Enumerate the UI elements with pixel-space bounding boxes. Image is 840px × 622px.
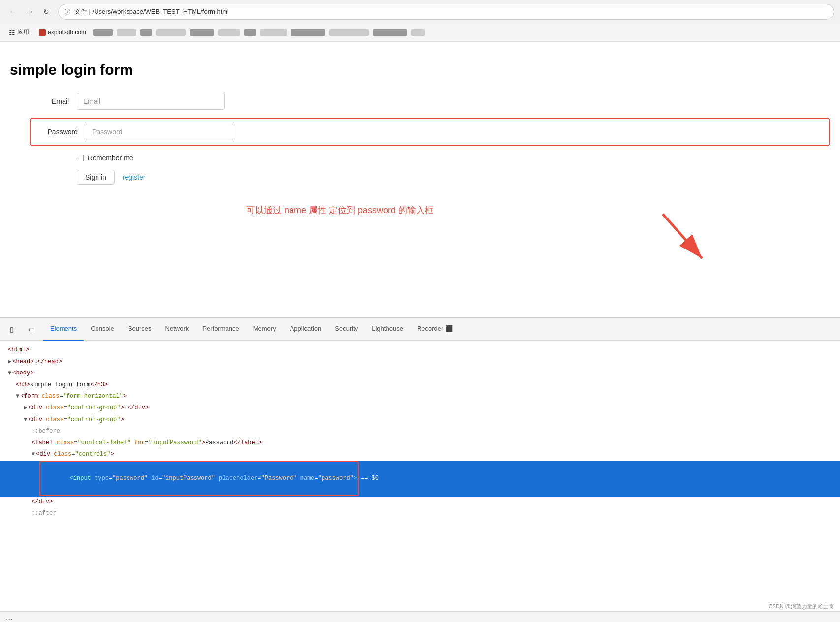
bookmark-placeholder-12 — [411, 29, 425, 36]
browser-toolbar: ← → ↻ ⓘ 文件 | /Users/workspace/WEB_TEST_H… — [0, 0, 840, 24]
remember-me-label: Remember me — [88, 154, 133, 162]
expand-div-icon[interactable]: ▶ — [24, 403, 27, 414]
code-line-close-div[interactable]: </div> — [0, 497, 840, 508]
tab-network[interactable]: Network — [159, 318, 196, 341]
email-input[interactable] — [77, 93, 225, 110]
tab-performance[interactable]: Performance — [195, 318, 246, 341]
login-form: Email Password Remember me Sign in regis… — [30, 93, 830, 185]
lock-icon: ⓘ — [65, 8, 70, 16]
annotation-text: 可以通过 name 属性 定位到 password 的输入框 — [246, 204, 434, 216]
forward-button[interactable]: → — [23, 5, 36, 19]
bookmark-placeholder-2 — [117, 29, 136, 36]
tab-application[interactable]: Application — [283, 318, 328, 341]
bookmark-placeholder-9 — [291, 29, 325, 36]
remember-me-checkbox[interactable] — [77, 155, 84, 161]
bookmark-placeholder-8 — [260, 29, 287, 36]
code-line-form[interactable]: ▼ <form class="form-horizontal"> — [0, 391, 840, 403]
devtools-code-view: <html> ▶ <head>…</head> ▼ <body> <h3>sim… — [0, 341, 840, 524]
email-form-group: Email — [30, 93, 830, 110]
bookmark-placeholder-7 — [244, 29, 256, 36]
dollar-zero: == $0 — [361, 473, 379, 484]
bookmark-placeholder-1 — [93, 29, 113, 36]
browser-chrome: ← → ↻ ⓘ 文件 | /Users/workspace/WEB_TEST_H… — [0, 0, 840, 42]
bookmark-placeholder-3 — [140, 29, 152, 36]
devtools-inspect-icon[interactable]: ▯ — [4, 321, 20, 337]
page-title: simple login form — [10, 62, 830, 78]
tab-security[interactable]: Security — [328, 318, 365, 341]
collapse-body-icon[interactable]: ▼ — [8, 368, 11, 379]
bookmark-placeholder-11 — [373, 29, 407, 36]
svg-line-1 — [663, 214, 702, 258]
code-line-label[interactable]: <label class="control-label" for="inputP… — [0, 437, 840, 449]
code-line-h3[interactable]: <h3>simple login form</h3> — [0, 379, 840, 391]
bookmark-placeholder-6 — [218, 29, 240, 36]
bookmark-placeholder-5 — [190, 29, 214, 36]
tab-console[interactable]: Console — [84, 318, 121, 341]
code-line-input-selected[interactable]: <input type="password" id="inputPassword… — [0, 461, 840, 497]
remember-me-group: Remember me — [77, 154, 830, 162]
page-content: simple login form Email Password Remembe… — [0, 42, 840, 317]
tab-recorder[interactable]: Recorder ⬛ — [410, 318, 460, 341]
exploit-favicon — [39, 29, 46, 36]
code-line-html[interactable]: <html> — [0, 344, 840, 356]
collapse-form-icon[interactable]: ▼ — [16, 391, 19, 402]
bookmark-placeholder-4 — [156, 29, 186, 36]
tab-sources[interactable]: Sources — [121, 318, 159, 341]
devtools-panel: ▯ ▭ Elements Console Sources Network Per… — [0, 317, 840, 622]
email-label: Email — [30, 97, 69, 105]
collapse-div-icon[interactable]: ▼ — [24, 415, 27, 426]
password-form-group: Password — [30, 118, 830, 146]
collapse-controls-icon[interactable]: ▼ — [32, 449, 35, 460]
code-line-body[interactable]: ▼ <body> — [0, 368, 840, 379]
reload-button[interactable]: ↻ — [39, 5, 53, 19]
devtools-device-icon[interactable]: ▭ — [24, 321, 39, 337]
url-text: 文件 | /Users/workspace/WEB_TEST_HTML/form… — [74, 7, 229, 16]
password-input[interactable] — [86, 124, 233, 140]
code-line-after[interactable]: ::after — [0, 508, 840, 520]
bookmark-placeholder-10 — [329, 29, 369, 36]
bookmark-exploitdb[interactable]: exploit-db.com — [36, 28, 89, 37]
expand-head-icon[interactable]: ▶ — [8, 357, 11, 368]
code-line-head[interactable]: ▶ <head>…</head> — [0, 356, 840, 368]
code-line-div-control-group-1[interactable]: ▶ <div class="control-group">…</div> — [0, 403, 840, 414]
tab-lighthouse[interactable]: Lighthouse — [365, 318, 410, 341]
code-line-div-control-group-2[interactable]: ▼ <div class="control-group"> — [0, 414, 840, 426]
signin-button[interactable]: Sign in — [77, 170, 115, 185]
csdn-watermark: CSDN @渴望力量的哈士奇 — [769, 603, 834, 610]
back-button[interactable]: ← — [6, 5, 20, 19]
bookmark-apps[interactable]: ☷ 应用 — [6, 27, 32, 37]
devtools-tabs: ▯ ▭ Elements Console Sources Network Per… — [0, 318, 840, 341]
tab-elements[interactable]: Elements — [43, 318, 84, 341]
register-link[interactable]: register — [123, 173, 146, 181]
nav-buttons: ← → ↻ — [6, 5, 53, 19]
arrow-container — [653, 209, 712, 270]
code-line-div-controls[interactable]: ▼ <div class="controls"> — [0, 449, 840, 461]
input-highlight-box: <input type="password" id="inputPassword… — [39, 461, 359, 496]
address-bar[interactable]: ⓘ 文件 | /Users/workspace/WEB_TEST_HTML/fo… — [58, 4, 834, 20]
password-label: Password — [38, 128, 78, 136]
red-arrow-svg — [653, 209, 712, 268]
exploitdb-label: exploit-db.com — [48, 29, 86, 36]
devtools-bottom-bar: ... — [0, 611, 840, 622]
bottom-dots[interactable]: ... — [6, 613, 12, 622]
form-actions: Sign in register — [77, 170, 830, 185]
apps-label: 应用 — [17, 28, 29, 36]
tab-memory[interactable]: Memory — [246, 318, 283, 341]
code-line-before[interactable]: ::before — [0, 426, 840, 437]
bookmarks-bar: ☷ 应用 exploit-db.com — [0, 24, 840, 41]
